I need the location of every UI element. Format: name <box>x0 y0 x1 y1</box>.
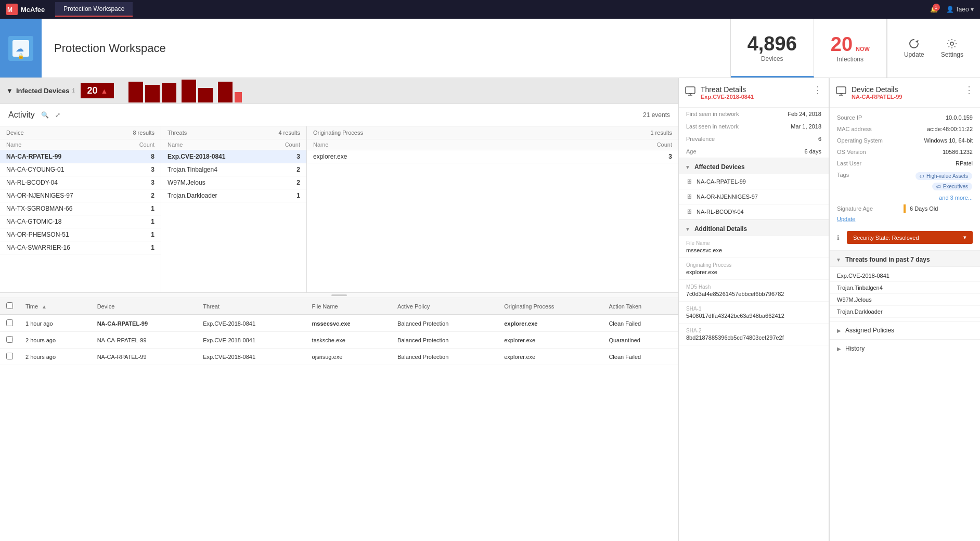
user-menu[interactable]: 👤 Taeo ▾ <box>946 6 974 13</box>
additional-details-section-header[interactable]: ▼ Additional Details <box>679 220 829 236</box>
threat-detail-fields: First seen in network Feb 24, 2018 Last … <box>679 108 829 158</box>
col-device: Device <box>91 298 197 315</box>
list-item[interactable]: Trojan.Darkloader <box>830 306 980 318</box>
devices-sub-header: Name Count <box>0 139 161 150</box>
header-actions: Update Settings <box>887 19 980 78</box>
expand-icon[interactable]: ⤢ <box>55 111 60 119</box>
info-icon[interactable]: ℹ <box>72 87 74 94</box>
process-col-header: Originating Process 1 results <box>307 126 678 139</box>
tag-executives[interactable]: 🏷 Executives <box>932 183 972 190</box>
left-panel: ▼ Infected Devices ℹ 20 ▲ Activity <box>0 78 678 541</box>
list-item[interactable]: 🖥 NA-RL-BCODY-04 <box>679 204 829 220</box>
svg-point-6 <box>950 42 953 45</box>
col-time: Time ▲ <box>19 298 91 315</box>
detail-row: Source IP 10.0.0.159 <box>830 112 980 123</box>
device-details-title: Device Details <box>852 85 959 94</box>
list-item[interactable]: Exp.CVE-2018-0841 <box>830 270 980 282</box>
table-row[interactable]: explorer.exe 3 <box>307 150 678 163</box>
list-item[interactable]: W97M.Jelous <box>830 294 980 306</box>
affected-devices-section-header[interactable]: ▼ Affected Devices <box>679 158 829 174</box>
table-row[interactable]: NA-CA-GTOMIC-18 1 <box>0 215 161 228</box>
list-item[interactable]: 🖥 NA-CA-RPATEL-99 <box>679 174 829 189</box>
threat-details-menu[interactable]: ⋮ <box>813 85 822 95</box>
row-checkbox[interactable] <box>6 319 13 326</box>
device-details-menu[interactable]: ⋮ <box>964 85 974 95</box>
col-process: Originating Process <box>498 298 602 315</box>
table-row[interactable]: NA-OR-NJENNIGES-97 2 <box>0 189 161 202</box>
process-sub-header: Name Count <box>307 139 678 150</box>
col-threat: Threat <box>197 298 305 315</box>
table-row[interactable]: NA-CA-RPATEL-99 8 <box>0 150 161 163</box>
table-row[interactable]: NA-TX-SGROBMAN-66 1 <box>0 202 161 215</box>
threat-details-panel: Threat Details Exp.CVE-2018-0841 ⋮ First… <box>678 78 829 541</box>
scroll-indicator <box>331 294 347 296</box>
field-md5: MD5 Hash 7c0d3af4e85261457ebbcef6bb79678… <box>679 280 829 302</box>
header-title: Protection Workspace <box>42 19 730 78</box>
assigned-policies-section[interactable]: ▶ Assigned Policies <box>830 321 980 339</box>
threat-details-subtitle: Exp.CVE-2018-0841 <box>701 94 808 100</box>
table-row[interactable]: NA-OR-PHEMSON-51 1 <box>0 228 161 241</box>
events-count: 21 events <box>643 111 670 119</box>
detail-row: Last seen in network Mar 1, 2018 <box>679 120 829 133</box>
infected-count-badge: 20 ▲ <box>81 83 114 98</box>
update-link[interactable]: Update <box>837 216 855 222</box>
affected-devices-list: 🖥 NA-CA-RPATEL-99 🖥 NA-OR-NJENNIGES-97 🖥… <box>679 174 829 220</box>
signature-bar <box>904 204 906 213</box>
threats-rows: Exp.CVE-2018-0841 3 Trojan.Tinbalgen4 2 … <box>161 150 306 202</box>
notification-bell[interactable]: 🔔 1 <box>930 6 938 13</box>
info-icon[interactable]: ℹ <box>837 234 840 241</box>
nav-tab-protection[interactable]: Protection Workspace <box>55 2 133 17</box>
table-row[interactable]: NA-CA-CYOUNG-01 3 <box>0 163 161 176</box>
table-row[interactable]: Trojan.Tinbalgen4 2 <box>161 163 306 176</box>
row-checkbox[interactable] <box>6 353 13 359</box>
table-row[interactable]: Exp.CVE-2018-0841 3 <box>161 150 306 163</box>
main-container: ▼ Infected Devices ℹ 20 ▲ Activity <box>0 78 980 541</box>
infected-devices-toggle[interactable]: ▼ Infected Devices ℹ <box>6 87 74 95</box>
infections-now-count: 20 <box>831 33 853 56</box>
table-row[interactable]: NA-RL-BCODY-04 3 <box>0 176 161 189</box>
trend-arrow: ▲ <box>101 87 108 95</box>
tag-icon: 🏷 <box>920 174 924 179</box>
tag-high-value[interactable]: 🏷 High-value Assets <box>915 172 972 180</box>
table-row[interactable]: 1 hour ago NA-CA-RPATEL-99 Exp.CVE-2018-… <box>0 315 678 332</box>
activity-table-section: Device 8 results Name Count NA-CA-RPATEL… <box>0 126 678 293</box>
table-row[interactable]: Trojan.Darkloader 1 <box>161 189 306 202</box>
detail-row: Last User RPatel <box>830 158 980 169</box>
header-icon: ☁ 🔒 <box>0 19 42 78</box>
stat-infections[interactable]: 20 NOW Infections <box>814 19 887 78</box>
search-icon[interactable]: 🔍 <box>41 111 49 119</box>
table-row[interactable]: NA-CA-SWARRIER-16 1 <box>0 241 161 254</box>
update-action[interactable]: Update <box>904 38 924 58</box>
threat-details-title: Threat Details <box>701 85 808 94</box>
detail-row: OS Version 10586.1232 <box>830 146 980 158</box>
table-row[interactable]: 2 hours ago NA-CA-RPATEL-99 Exp.CVE-2018… <box>0 349 678 365</box>
mcafee-logo: M McAfee <box>6 4 45 15</box>
table-row[interactable]: W97M.Jelous 2 <box>161 176 306 189</box>
list-item[interactable]: 🖥 NA-OR-NJENNIGES-97 <box>679 189 829 204</box>
threats-found-section-header[interactable]: ▼ Threats found in past 7 days <box>830 250 980 267</box>
svg-text:☁: ☁ <box>16 44 24 53</box>
settings-action[interactable]: Settings <box>941 38 963 58</box>
tags-row: Tags 🏷 High-value Assets 🏷 Executives <box>830 169 980 194</box>
threats-sub-header: Name Count <box>161 139 306 150</box>
list-item[interactable]: Trojan.Tinbalgen4 <box>830 282 980 294</box>
and-more-link[interactable]: and 3 more... <box>830 194 980 202</box>
threats-column: Threats 4 results Name Count Exp.CVE-201… <box>161 126 307 292</box>
process-rows: explorer.exe 3 <box>307 150 678 163</box>
col-policy: Active Policy <box>391 298 498 315</box>
stat-devices[interactable]: 4,896 Devices <box>731 19 814 78</box>
header: ☁ 🔒 Protection Workspace 4,896 Devices 2… <box>0 19 980 78</box>
monitor-icon <box>836 86 846 97</box>
page-title: Protection Workspace <box>54 42 166 55</box>
security-state-button[interactable]: Security State: Resoloved ▾ <box>847 231 973 244</box>
svg-text:M: M <box>7 6 12 14</box>
monitor-icon: 🖥 <box>686 193 692 200</box>
table-row[interactable]: 2 hours ago NA-CA-RPATEL-99 Exp.CVE-2018… <box>0 332 678 349</box>
detail-row: First seen in network Feb 24, 2018 <box>679 108 829 120</box>
device-details-subtitle: NA-CA-RPATEL-99 <box>852 94 959 100</box>
history-section[interactable]: ▶ History <box>830 339 980 357</box>
collapse-icon: ▼ <box>6 87 13 95</box>
additional-details-fields: File Name mssecsvc.exe Originating Proce… <box>679 236 829 345</box>
row-checkbox[interactable] <box>6 336 13 343</box>
select-all-checkbox[interactable] <box>6 302 13 309</box>
